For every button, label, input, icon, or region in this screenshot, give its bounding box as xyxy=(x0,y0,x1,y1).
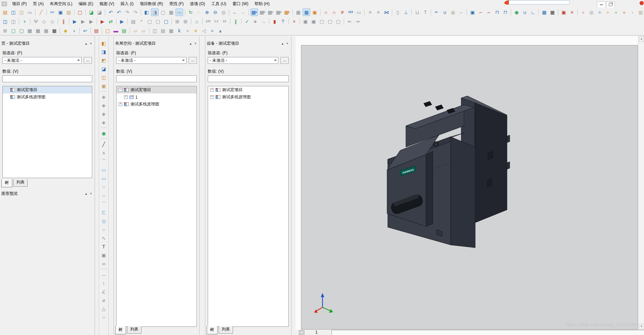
frame-1-icon[interactable]: ▣ xyxy=(302,18,309,25)
menu-item-7[interactable]: 项目数据 (R) xyxy=(137,0,166,8)
block-flag-icon[interactable]: ▮ xyxy=(271,18,278,25)
chevron-down-icon[interactable] xyxy=(76,57,81,63)
magnet-2-icon[interactable]: ∩ xyxy=(330,9,338,16)
potential-bars-icon[interactable]: ∥ xyxy=(60,18,67,25)
connection-update-icon[interactable]: ≡ xyxy=(374,9,382,16)
nav-swap-icon[interactable]: ⇄ xyxy=(107,18,114,25)
tab-list[interactable]: 列表 xyxy=(127,326,141,334)
view-crescent-icon[interactable]: ◖ xyxy=(629,9,636,16)
draw-line-icon[interactable]: ╱ xyxy=(100,140,108,148)
grid-a-icon[interactable]: ▦A xyxy=(250,9,258,16)
view-rings-icon[interactable]: ◎ xyxy=(588,9,595,16)
expander-icon[interactable]: + xyxy=(210,88,214,92)
arrow-right-box-icon[interactable]: ⇒ xyxy=(354,18,361,25)
pin-icon[interactable]: ▴ xyxy=(84,192,88,195)
close-icon[interactable]: × xyxy=(193,42,198,45)
green-table-icon[interactable]: ▤ xyxy=(120,27,128,34)
tree-row[interactable]: +1 xyxy=(117,93,196,101)
keyboard-input-icon[interactable]: ▭ xyxy=(355,9,362,16)
circuit-breaker-3d-model[interactable]: SIEMENS xyxy=(385,96,515,253)
paste-icon[interactable]: ▤ xyxy=(65,9,72,16)
grid-c-icon[interactable]: ▦C xyxy=(267,9,274,16)
minimize-button[interactable] xyxy=(597,1,606,8)
numbering-icon[interactable]: 123 xyxy=(347,9,354,16)
measure-v-icon[interactable]: ↕ xyxy=(100,279,108,287)
back-icon[interactable]: ← xyxy=(231,9,238,16)
page-macro-3-icon[interactable]: ▢ xyxy=(162,18,170,25)
misc-grid-icon[interactable]: ▦ xyxy=(167,27,175,34)
redo-history-icon[interactable]: ↷ xyxy=(132,9,139,16)
value-input[interactable] xyxy=(2,75,92,82)
zoom-entire-icon[interactable]: ◎ xyxy=(220,9,227,16)
pattern-1-icon[interactable]: ▩ xyxy=(26,27,33,34)
measure-triangle-icon[interactable]: △ xyxy=(100,305,108,312)
grid-toggle-icon[interactable]: ▦ xyxy=(294,9,302,16)
pin-icon[interactable]: ▴ xyxy=(188,42,193,45)
draw-polyline-icon[interactable]: ∧ xyxy=(100,149,108,157)
menu-item-12[interactable]: 帮助 (H) xyxy=(251,0,273,8)
design-mode-icon[interactable]: ▣ xyxy=(311,9,318,16)
misc-star-icon[interactable]: ∗ xyxy=(192,27,200,34)
measure-h-icon[interactable]: ↔ xyxy=(100,271,108,278)
symbol-multi-icon[interactable]: ◇ xyxy=(49,18,56,25)
cut-icon[interactable]: ✂ xyxy=(49,9,56,16)
filter-more-button[interactable]: ... xyxy=(84,57,92,64)
view-green-sphere-icon[interactable]: ● xyxy=(612,9,620,16)
tree-row[interactable]: −测试宏项目 xyxy=(117,86,196,93)
menu-item-9[interactable]: 选项 (O) xyxy=(187,0,208,8)
layout-cube-4-icon[interactable]: ◪ xyxy=(100,65,108,73)
workbook-view-icon[interactable]: ▭ xyxy=(176,9,183,16)
zoom-window-icon[interactable]: ◌ xyxy=(195,9,203,16)
undo-history-icon[interactable]: ↶ xyxy=(115,9,123,16)
folder-1-icon[interactable]: ▱ xyxy=(132,27,139,34)
scroll-down-icon[interactable]: ▼ xyxy=(639,324,644,330)
draw-spline-icon[interactable]: ∿ xyxy=(100,234,108,242)
symbol-select-icon[interactable]: ◇ xyxy=(40,18,48,25)
tab-list[interactable]: 列表 xyxy=(219,326,233,334)
draw-spiral-icon[interactable]: ◎ xyxy=(100,217,108,225)
tab-tree[interactable]: 树 xyxy=(207,326,218,334)
device-box-2-icon[interactable]: ⊞ xyxy=(182,18,189,25)
devices-panel-header[interactable]: 设备 - 测试宏项目 ▴ × xyxy=(205,40,291,46)
close-icon[interactable]: × xyxy=(88,192,93,195)
nav-prev-icon[interactable]: ▶ xyxy=(79,18,87,25)
value-input[interactable] xyxy=(116,75,197,82)
sheet-tab-strip[interactable] xyxy=(331,330,644,335)
tab-tree[interactable]: 树 xyxy=(115,326,126,334)
redraw-icon[interactable]: ↻ xyxy=(187,9,194,16)
symbol-tree-icon[interactable]: Ψ xyxy=(32,18,40,25)
wire-dash-icon[interactable]: – xyxy=(457,9,465,16)
plugin-icon[interactable]: + xyxy=(21,18,28,25)
misc-wave-icon[interactable]: ≈ xyxy=(208,27,216,34)
camera-red-icon[interactable]: ▣ xyxy=(560,9,567,16)
close-icon[interactable]: × xyxy=(88,42,93,45)
format-paint-on-icon[interactable]: ◪ xyxy=(87,9,95,16)
menu-item-11[interactable]: 窗口 (W) xyxy=(229,0,251,8)
pattern-2-icon[interactable]: ▩ xyxy=(34,27,42,34)
plug-symbol-icon[interactable]: ▯ xyxy=(394,9,401,16)
pipe-refresh-icon[interactable]: ∥ xyxy=(232,18,239,25)
layout-cube-2-icon[interactable]: ◨ xyxy=(100,48,108,56)
new-page-icon[interactable]: ▤ xyxy=(1,9,9,16)
new-window-icon[interactable]: * xyxy=(138,18,145,25)
filter-combobox[interactable]: - 未激活 - xyxy=(116,57,187,64)
value-input[interactable] xyxy=(208,75,289,82)
view-pink-sphere-icon[interactable]: ● xyxy=(579,9,587,16)
filter-more-button[interactable]: ... xyxy=(189,57,197,64)
device-box-1-icon[interactable]: ⊞ xyxy=(174,18,181,25)
close-icon[interactable]: × xyxy=(285,42,290,45)
box-3-icon[interactable]: ▢ xyxy=(334,18,342,25)
misc-left-icon[interactable]: ◁ xyxy=(200,27,208,34)
layout-cube-3-icon[interactable]: ◩ xyxy=(100,56,108,64)
grid-b-icon[interactable]: ▦B xyxy=(259,9,266,16)
grid-display-icon[interactable]: ▦ xyxy=(167,9,175,16)
place-diamond-2-icon[interactable]: ◈ xyxy=(100,101,108,109)
pattern-3-icon[interactable]: ▦ xyxy=(42,27,50,34)
place-diamond-3-icon[interactable]: ◈ xyxy=(100,110,108,118)
red-bars-icon[interactable]: ≡ xyxy=(568,9,576,16)
insert-green-2-icon[interactable]: ▢ xyxy=(18,27,25,34)
tree-row[interactable]: +测试宏项目 xyxy=(208,86,288,93)
delete-flag-icon[interactable]: × xyxy=(290,18,298,25)
arrow-left-box-icon[interactable]: ⇐ xyxy=(346,18,353,25)
measure-diameter-icon[interactable]: ⌀ xyxy=(100,296,108,304)
